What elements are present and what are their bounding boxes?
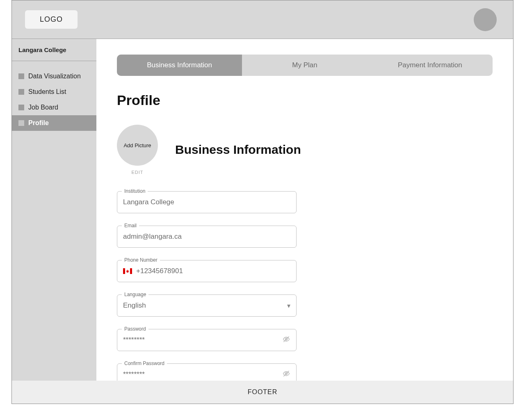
footer: FOOTER: [12, 381, 513, 404]
sidebar-item-data-visualization[interactable]: Data Visualization: [12, 68, 96, 84]
sidebar-item-label: Students List: [28, 88, 66, 96]
org-name: Langara College: [12, 39, 96, 61]
password-field-wrap: Password: [117, 329, 297, 351]
canada-flag-icon: [123, 268, 132, 274]
institution-input[interactable]: [123, 198, 290, 206]
square-icon: [18, 105, 24, 110]
eye-off-icon[interactable]: [282, 370, 290, 379]
svg-rect-1: [123, 268, 125, 274]
sidebar-item-profile[interactable]: Profile: [12, 115, 96, 131]
square-icon: [18, 73, 24, 79]
page-title: Profile: [117, 92, 493, 108]
tab-payment-information[interactable]: Payment Information: [368, 55, 493, 76]
tab-business-information[interactable]: Business Information: [117, 55, 242, 76]
sidebar-item-label: Job Board: [28, 104, 58, 111]
tab-my-plan[interactable]: My Plan: [242, 55, 367, 76]
tabs: Business Information My Plan Payment Inf…: [117, 55, 493, 76]
sidebar-item-label: Profile: [28, 119, 49, 127]
institution-label: Institution: [122, 188, 148, 194]
main-content: Business Information My Plan Payment Inf…: [96, 39, 513, 381]
email-input[interactable]: [123, 233, 290, 241]
svg-rect-2: [130, 268, 132, 274]
square-icon: [18, 120, 24, 126]
language-select[interactable]: English ▾: [117, 294, 297, 317]
sidebar-item-label: Data Visualization: [28, 73, 81, 80]
logo[interactable]: LOGO: [25, 10, 78, 29]
add-picture-button[interactable]: Add Picture: [117, 125, 158, 166]
password-label: Password: [122, 326, 148, 332]
section-title: Business Information: [175, 143, 301, 157]
user-avatar[interactable]: [474, 8, 497, 31]
header: LOGO: [12, 0, 513, 39]
email-label: Email: [122, 223, 139, 228]
square-icon: [18, 89, 24, 95]
confirm-password-label: Confirm Password: [122, 361, 167, 366]
email-field-wrap: Email: [117, 226, 297, 248]
language-value: English: [123, 301, 283, 310]
language-label: Language: [122, 292, 148, 297]
language-field-wrap: Language English ▾: [117, 294, 297, 317]
phone-field-wrap: Phone Number: [117, 260, 297, 282]
chevron-down-icon: ▾: [287, 302, 290, 310]
sidebar-item-job-board[interactable]: Job Board: [12, 100, 96, 115]
phone-input[interactable]: [136, 267, 290, 275]
edit-picture-link[interactable]: EDIT: [131, 170, 143, 175]
phone-label: Phone Number: [122, 257, 160, 263]
confirm-password-input[interactable]: [123, 370, 278, 379]
sidebar-item-students-list[interactable]: Students List: [12, 84, 96, 100]
eye-off-icon[interactable]: [282, 335, 290, 345]
confirm-password-field-wrap: Confirm Password: [117, 363, 297, 381]
sidebar: Langara College Data Visualization Stude…: [12, 39, 96, 381]
password-input[interactable]: [123, 336, 278, 344]
institution-field-wrap: Institution: [117, 191, 297, 213]
